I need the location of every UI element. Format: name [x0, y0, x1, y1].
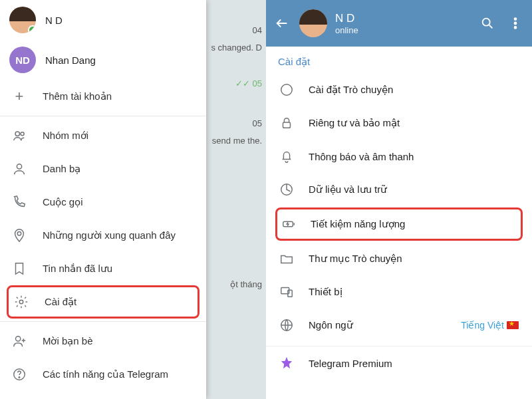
globe-icon	[279, 318, 294, 332]
setting-power-saving[interactable]: Tiết kiệm năng lượng	[275, 207, 523, 241]
bg-text: 04	[253, 25, 262, 35]
menu-label: Danh bạ	[43, 163, 80, 175]
svg-point-9	[515, 18, 517, 20]
profile-info[interactable]: N D online	[335, 12, 469, 35]
menu-label: Tin nhắn đã lưu	[43, 263, 112, 275]
plus-icon: +	[12, 89, 27, 104]
setting-label: Riêng tư và bảo mật	[309, 117, 519, 129]
menu-nearby[interactable]: Những người xung quanh đây	[0, 219, 206, 252]
setting-data[interactable]: Dữ liệu và lưu trữ	[266, 173, 532, 206]
section-header: Cài đặt	[266, 47, 532, 73]
language-value-text: Tiếng Việt	[461, 320, 504, 331]
add-user-icon	[12, 334, 27, 348]
gear-icon	[14, 295, 29, 309]
account-name: N D	[45, 15, 63, 26]
menu-invite[interactable]: Mời bạn bè	[0, 325, 206, 358]
setting-label: Ngôn ngữ	[309, 319, 446, 331]
contact-icon	[12, 162, 27, 176]
setting-notifications[interactable]: Thông báo và âm thanh	[266, 140, 532, 173]
menu-label: Các tính năng của Telegram	[43, 368, 168, 380]
setting-label: Thiết bị	[309, 286, 519, 298]
svg-point-12	[281, 84, 293, 96]
setting-label: Thông báo và âm thanh	[309, 151, 519, 162]
setting-label: Dữ liệu và lưu trữ	[309, 184, 519, 196]
devices-icon	[279, 285, 294, 299]
setting-label: Cài đặt Trò chuyện	[309, 84, 519, 96]
divider	[0, 116, 206, 116]
svg-point-10	[515, 23, 517, 25]
menu-label: Thêm tài khoản	[43, 90, 112, 102]
menu-saved-messages[interactable]: Tin nhắn đã lưu	[0, 252, 206, 285]
svg-rect-13	[283, 122, 291, 128]
setting-devices[interactable]: Thiết bị	[266, 275, 532, 309]
bg-text: s changed. D	[211, 43, 262, 53]
back-button[interactable]	[273, 16, 291, 31]
divider	[0, 321, 206, 322]
nearby-icon	[12, 228, 27, 243]
menu-features[interactable]: Các tính năng của Telegram	[0, 358, 206, 391]
chat-icon	[279, 82, 294, 97]
setting-label: Telegram Premium	[309, 358, 519, 369]
menu-label: Những người xung quanh đây	[43, 229, 176, 241]
star-icon	[279, 356, 294, 370]
more-button[interactable]	[505, 16, 525, 31]
online-badge	[28, 25, 36, 33]
setting-label: Tiết kiệm năng lượng	[311, 218, 517, 230]
setting-premium[interactable]: Telegram Premium	[266, 346, 532, 380]
svg-point-7	[19, 377, 19, 378]
svg-point-4	[19, 300, 23, 304]
svg-point-2	[17, 164, 21, 169]
top-bar: N D online	[266, 0, 532, 47]
add-account-button[interactable]: + Thêm tài khoản	[0, 80, 206, 113]
settings-list: Cài đặt Trò chuyện Riêng tư và bảo mật T…	[266, 73, 532, 380]
folder-icon	[279, 251, 294, 266]
svg-point-5	[16, 336, 21, 341]
setting-language[interactable]: Ngôn ngữ Tiếng Việt	[266, 309, 532, 342]
group-icon	[12, 128, 27, 143]
avatar: ND	[9, 47, 36, 73]
profile-name: N D	[335, 12, 469, 25]
bell-icon	[279, 149, 294, 164]
avatar[interactable]	[299, 9, 327, 37]
setting-folders[interactable]: Thư mục Trò chuyện	[266, 242, 532, 275]
setting-chat[interactable]: Cài đặt Trò chuyện	[266, 73, 532, 106]
svg-point-11	[515, 27, 517, 29]
menu-contacts[interactable]: Danh bạ	[0, 152, 206, 186]
setting-value: Tiếng Việt	[461, 320, 519, 331]
svg-point-3	[17, 232, 21, 236]
profile-status: online	[335, 25, 469, 35]
bookmark-icon	[12, 261, 27, 276]
setting-label: Thư mục Trò chuyện	[309, 253, 519, 265]
data-icon	[279, 182, 294, 197]
menu-new-group[interactable]: Nhóm mới	[0, 119, 206, 152]
svg-point-1	[21, 132, 24, 136]
phone-icon	[12, 195, 27, 209]
bg-text: send me the.	[212, 136, 262, 146]
bg-text: ✓✓ 05	[235, 78, 262, 88]
navigation-drawer: N D ND Nhan Dang + Thêm tài khoản Nhóm m…	[0, 0, 206, 399]
svg-point-0	[15, 132, 19, 136]
menu-label: Cài đặt	[45, 296, 76, 308]
lock-icon	[279, 116, 294, 130]
menu-label: Mời bạn bè	[43, 335, 93, 347]
menu-label: Cuộc gọi	[43, 196, 83, 208]
account-row-secondary[interactable]: ND Nhan Dang	[0, 40, 206, 80]
menu-label: Nhóm mới	[43, 130, 88, 142]
setting-privacy[interactable]: Riêng tư và bảo mật	[266, 106, 532, 140]
bg-text: 05	[253, 118, 262, 128]
account-name: Nhan Dang	[45, 55, 96, 66]
avatar	[9, 7, 36, 33]
svg-point-8	[483, 19, 490, 26]
chat-background: 04 s changed. D ✓✓ 05 05 send me the. ột…	[206, 0, 266, 399]
bg-text: ột tháng	[230, 279, 262, 289]
flag-icon	[507, 321, 519, 329]
search-button[interactable]	[477, 16, 497, 31]
account-row-primary[interactable]: N D	[0, 0, 206, 40]
menu-calls[interactable]: Cuộc gọi	[0, 186, 206, 219]
menu-settings[interactable]: Cài đặt	[7, 285, 200, 319]
help-icon	[12, 367, 27, 382]
battery-icon	[281, 217, 296, 231]
